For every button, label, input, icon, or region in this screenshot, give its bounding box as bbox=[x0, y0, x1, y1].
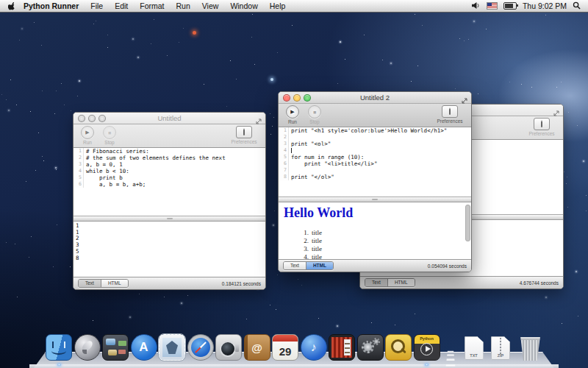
output-pane[interactable]: Hello World 1.title2.title3.title4.title… bbox=[279, 202, 471, 259]
code-line: 4while b < 10: bbox=[74, 168, 265, 174]
code-line: 5 print b bbox=[74, 174, 265, 181]
output-line: 3 bbox=[76, 242, 265, 249]
preferences-icon bbox=[442, 105, 458, 118]
zoom-button[interactable] bbox=[304, 94, 311, 102]
window-untitled: Untitled ▶ Run ■ Stop Preferences 1# Fib… bbox=[73, 112, 266, 290]
txt-file-icon[interactable]: TXT bbox=[465, 336, 484, 360]
finder-icon[interactable] bbox=[46, 334, 72, 361]
output-heading: Hello World bbox=[284, 205, 465, 220]
code-line: 6 a, b = b, a+b; bbox=[74, 181, 265, 188]
us-flag-icon[interactable] bbox=[487, 2, 498, 10]
pane-splitter[interactable] bbox=[74, 216, 265, 222]
stop-button[interactable]: ■ Stop bbox=[100, 126, 119, 147]
close-button[interactable] bbox=[283, 94, 290, 102]
preferences-icon bbox=[534, 118, 550, 130]
tab-html[interactable]: HTML bbox=[387, 279, 415, 286]
stop-button[interactable]: ■ Stop bbox=[305, 105, 324, 127]
menu-format[interactable]: Format bbox=[134, 0, 170, 12]
menu-help[interactable]: Help bbox=[264, 0, 292, 12]
list-item: 1.title bbox=[284, 229, 465, 237]
menu-run[interactable]: Run bbox=[171, 0, 196, 12]
scrollbar-thumb[interactable] bbox=[465, 205, 470, 241]
address-book-icon[interactable]: @ bbox=[244, 334, 270, 361]
code-line: 5for num in range (10): bbox=[279, 154, 471, 160]
preferences-button[interactable]: Preferences bbox=[227, 126, 261, 147]
preferences-button[interactable]: Preferences bbox=[525, 118, 559, 139]
preferences-icon bbox=[236, 126, 252, 138]
volume-icon[interactable] bbox=[471, 1, 481, 11]
menu-view[interactable]: View bbox=[196, 0, 225, 12]
window-untitled-2: Untitled 2 ▶ Run ■ Stop Preferences 1pri… bbox=[278, 91, 472, 272]
tab-text[interactable]: Text bbox=[284, 262, 306, 269]
code-line: 8print "</ol>" bbox=[279, 174, 471, 180]
menu-file[interactable]: File bbox=[85, 0, 109, 12]
menu-window[interactable]: Window bbox=[224, 0, 263, 12]
menu-app-name[interactable]: Python Runner bbox=[18, 0, 85, 12]
system-preferences-icon[interactable] bbox=[357, 334, 384, 361]
tab-html[interactable]: HTML bbox=[306, 262, 333, 269]
safari-icon[interactable] bbox=[187, 334, 214, 361]
menu-edit[interactable]: Edit bbox=[109, 0, 134, 12]
bottom-bar: Text HTML 0.184121 seconds bbox=[74, 277, 265, 289]
trash-icon[interactable] bbox=[520, 337, 542, 361]
dock-shelf-front bbox=[29, 364, 559, 368]
run-button[interactable]: ▶ Run bbox=[283, 105, 302, 127]
titlebar[interactable]: Untitled bbox=[74, 113, 265, 124]
spotlight-icon[interactable] bbox=[573, 1, 581, 11]
preferences-button[interactable]: Preferences bbox=[433, 105, 467, 127]
python-runner-icon[interactable]: Python bbox=[414, 334, 440, 361]
output-mode-segmented-control: Text HTML bbox=[78, 279, 129, 288]
resize-icon[interactable] bbox=[553, 107, 560, 114]
close-button[interactable] bbox=[78, 115, 85, 122]
resize-icon[interactable] bbox=[255, 115, 262, 122]
launchpad-icon[interactable] bbox=[74, 334, 101, 361]
titlebar[interactable]: Untitled 2 bbox=[279, 92, 471, 104]
output-line: 1 bbox=[76, 230, 265, 236]
code-line: 7 bbox=[279, 167, 471, 174]
mission-control-icon[interactable] bbox=[102, 334, 129, 361]
stop-icon: ■ bbox=[308, 105, 321, 118]
run-button[interactable]: ▶ Run bbox=[78, 126, 97, 147]
photo-booth-icon[interactable] bbox=[329, 334, 355, 361]
code-line: 6 print "<li>title</li>" bbox=[279, 160, 471, 167]
bottom-bar: Text HTML 0.054094 seconds bbox=[279, 259, 471, 272]
code-line: 3print "<ol>" bbox=[279, 141, 471, 147]
dock-divider bbox=[442, 339, 459, 361]
code-editor[interactable]: 1print "<h1 style='color:blue'>Hello Wor… bbox=[279, 127, 471, 197]
code-editor[interactable]: 1# Fibonacci series:2# the sum of two el… bbox=[74, 148, 265, 216]
itunes-icon[interactable]: ♪ bbox=[301, 334, 327, 361]
ical-icon[interactable]: 29 bbox=[272, 334, 298, 361]
output-line: 8 bbox=[76, 255, 265, 262]
zip-file-icon[interactable]: ZIP bbox=[491, 336, 510, 360]
list-item: 3.title bbox=[284, 245, 465, 253]
menu-bar: Python Runner File Edit Format Run View … bbox=[0, 0, 588, 13]
battery-icon[interactable] bbox=[503, 2, 517, 10]
minimize-button[interactable] bbox=[88, 115, 96, 122]
tab-text[interactable]: Text bbox=[79, 280, 101, 287]
facetime-icon[interactable] bbox=[215, 334, 242, 361]
dock: A @ 29 ♪ Python TXT ZIP bbox=[0, 324, 588, 368]
search-utility-icon[interactable] bbox=[385, 334, 412, 361]
zoom-button[interactable] bbox=[98, 115, 106, 122]
html-output: Hello World 1.title2.title3.title4.title… bbox=[279, 202, 471, 259]
play-icon: ▶ bbox=[286, 105, 299, 118]
ical-day: 29 bbox=[279, 344, 292, 360]
bottom-bar: Text HTML 4.676744 seconds bbox=[360, 276, 563, 289]
running-indicator bbox=[57, 364, 61, 366]
output-pane[interactable]: 112358 bbox=[74, 222, 265, 277]
python-runner-label: Python bbox=[415, 335, 440, 343]
minimize-button[interactable] bbox=[293, 94, 301, 102]
apple-menu-icon[interactable] bbox=[6, 1, 18, 11]
app-store-icon[interactable]: A bbox=[131, 334, 157, 361]
output-mode-segmented-control: Text HTML bbox=[365, 278, 415, 287]
tab-text[interactable]: Text bbox=[365, 279, 387, 286]
toolbar: ▶ Run ■ Stop Preferences bbox=[279, 104, 471, 127]
tab-html[interactable]: HTML bbox=[101, 280, 128, 287]
mail-icon[interactable] bbox=[159, 334, 185, 361]
output-mode-segmented-control: Text HTML bbox=[283, 261, 334, 270]
menubar-clock[interactable]: Thu 9:02 PM bbox=[523, 1, 567, 10]
pane-splitter[interactable] bbox=[279, 197, 471, 202]
resize-icon[interactable] bbox=[461, 94, 468, 102]
list-item: 4.title bbox=[284, 253, 465, 259]
output-ordered-list: 1.title2.title3.title4.title5.title6.tit… bbox=[284, 229, 465, 259]
